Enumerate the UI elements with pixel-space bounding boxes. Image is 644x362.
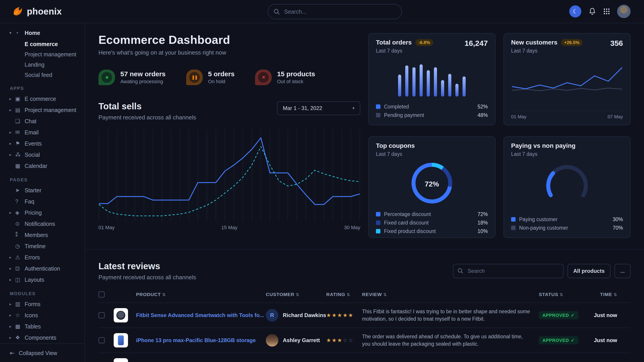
sidebar-item-calendar[interactable]: ▦Calendar: [0, 160, 84, 171]
sidebar-item-errors[interactable]: ▸⚠Errors: [0, 252, 84, 263]
sidebar-item-components[interactable]: ▸❖Components: [0, 332, 84, 343]
sidebar-item-faq[interactable]: ?Faq: [0, 196, 84, 207]
sidebar-item-label: Pricing: [24, 210, 42, 216]
sidebar-item-project-management[interactable]: ▸▤Project management: [0, 104, 84, 116]
sidebar-item-starter[interactable]: ➤Starter: [0, 185, 84, 196]
sidebar-item-events[interactable]: ▸⚑Events: [0, 138, 84, 149]
topbar: phoenix ☾: [0, 0, 644, 23]
date-range-select[interactable]: Mar 1 - 31, 2022 ▾: [277, 101, 360, 115]
column-header-rating[interactable]: RATING⇅: [326, 286, 362, 303]
orders-bar-chart: [394, 59, 470, 97]
stat-pause-icon: ❚❚: [186, 69, 203, 85]
sidebar-item-social-feed[interactable]: Social feed: [0, 70, 84, 80]
apps-grid-button[interactable]: [603, 8, 610, 15]
column-header-status[interactable]: STATUS⇅: [539, 286, 586, 303]
reviews-controls: All products ...: [453, 264, 630, 278]
card-title: Paying vs non paying: [511, 142, 576, 149]
status-badge: APPROVED✓: [539, 336, 578, 344]
sidebar-item-layouts[interactable]: ▸◫Layouts: [0, 274, 84, 285]
sidebar-item-members[interactable]: ⁑Members: [0, 229, 84, 241]
user-avatar[interactable]: [617, 5, 630, 18]
sidebar-item-label: Social: [24, 152, 40, 158]
customer-cell: RRichard Dawkins: [266, 309, 326, 322]
top-section: Ecommerce Dashboard Here's what's going …: [98, 23, 630, 249]
sidebar-item-icons[interactable]: ▸☆Icons: [0, 310, 84, 321]
chevron-down-icon: ▾: [352, 106, 354, 111]
column-label: STATUS: [539, 292, 558, 297]
legend-value: 70%: [613, 225, 623, 231]
customer-cell: Ashley Garrett: [266, 334, 326, 347]
sort-icon: ⇅: [346, 293, 350, 297]
sidebar-item-label: Calendar: [24, 163, 47, 169]
total-sells-chart: [98, 127, 360, 222]
sidebar-item-label: Timeline: [24, 243, 46, 250]
sidebar-item-label: Icons: [24, 312, 38, 319]
sidebar-item-label: Members: [24, 232, 48, 238]
card-title: Top coupons: [376, 142, 415, 149]
column-header-review[interactable]: REVIEW⇅: [362, 286, 539, 303]
brand[interactable]: phoenix: [12, 5, 62, 17]
sidebar-item-landing[interactable]: Landing: [0, 59, 84, 70]
sidebar-item-social[interactable]: ▸⁂Social: [0, 149, 84, 160]
watch-image: [116, 311, 125, 320]
legend-color-dot: [376, 104, 380, 109]
row-checkbox[interactable]: [98, 337, 105, 344]
legend-color-dot: [511, 226, 516, 230]
legend-label: Fixed card discount: [384, 220, 478, 226]
reviews-search-input[interactable]: [453, 264, 564, 278]
stat-star-icon: ★: [98, 69, 115, 85]
caret-icon: ▸: [10, 107, 15, 112]
sidebar-item-project-management[interactable]: Project management: [0, 49, 84, 59]
collapse-sidebar-button[interactable]: ⇤ Collapsed View: [0, 344, 84, 362]
all-products-filter-button[interactable]: All products: [568, 264, 610, 278]
sidebar-item-pricing[interactable]: ▸◈Pricing: [0, 207, 84, 218]
legend-label: Non-paying customer: [519, 225, 613, 231]
sidebar-item-authentication[interactable]: ▸⊡Authentication: [0, 263, 84, 274]
coupons-legend: Percentage discount72%Fixed card discoun…: [376, 210, 488, 235]
check-icon: ✓: [571, 313, 575, 318]
clipboard-icon: ▤: [15, 107, 24, 113]
sidebar-item-e-commerce[interactable]: ▸▣E commerce: [0, 93, 84, 104]
card-period: Last 7 days: [511, 48, 582, 54]
theme-toggle-button[interactable]: ☾: [569, 5, 581, 17]
legend-color-dot: [511, 217, 516, 222]
select-all-checkbox[interactable]: [98, 291, 105, 298]
sidebar-item-e-commerce[interactable]: E commerce: [0, 39, 84, 49]
sidebar-item-forms[interactable]: ▸▥Forms: [0, 299, 84, 310]
legend-label: Percentage discount: [384, 211, 478, 217]
review-time: Just now: [586, 328, 630, 353]
stat-subtitle: Awating processing: [120, 79, 166, 84]
more-options-button[interactable]: ...: [614, 264, 630, 278]
legend-value: 18%: [478, 220, 488, 226]
product-link[interactable]: Fitbit Sense Advanced Smartwatch with To…: [136, 312, 266, 318]
global-search-input[interactable]: [268, 4, 402, 19]
sidebar-item-label: Email: [24, 129, 39, 136]
total-sells-subtitle: Payment received across all channels: [98, 114, 196, 121]
sidebar-item-label: Layouts: [24, 277, 44, 283]
envelope-icon: ✉: [15, 129, 24, 135]
sidebar-item-label: E commerce: [24, 96, 56, 102]
reviews-title: Latest reviews: [98, 261, 196, 271]
legend-row: Fixed card discount18%: [376, 218, 488, 227]
sidebar-item-email[interactable]: ▸✉Email: [0, 127, 84, 138]
sidebar-item-home[interactable]: ▾◔Home: [0, 27, 84, 39]
legend-label: Pending payment: [384, 112, 478, 118]
column-header-product[interactable]: PRODUCT⇅: [136, 286, 266, 303]
caret-icon: ▸: [10, 324, 15, 329]
column-header-customer[interactable]: CUSTOMER⇅: [266, 286, 326, 303]
sidebar-item-timeline[interactable]: ◷Timeline: [0, 241, 84, 252]
notifications-button[interactable]: [588, 7, 596, 15]
total-orders-card: Total orders -6.8% Last 7 days 16,247 Co…: [368, 33, 496, 125]
sort-icon: ⇅: [560, 293, 563, 297]
column-header-time[interactable]: TIME⇅: [586, 286, 630, 303]
row-checkbox[interactable]: [98, 312, 105, 318]
stat-subtitle: On hold: [208, 79, 234, 84]
legend-value: 10%: [478, 228, 488, 234]
product-link[interactable]: iPhone 13 pro max-Pacific Blue-128GB sto…: [136, 337, 266, 344]
review-text: This Fitbit is fantastic! I was trying t…: [362, 308, 539, 323]
topbar-actions: ☾: [569, 5, 630, 18]
sidebar-item-notifications[interactable]: ⊙Notifications: [0, 218, 84, 229]
sidebar-item-tables[interactable]: ▸▩Tables: [0, 321, 84, 332]
bell-icon: [588, 7, 596, 15]
sidebar-item-chat[interactable]: ❏Chat: [0, 116, 84, 127]
